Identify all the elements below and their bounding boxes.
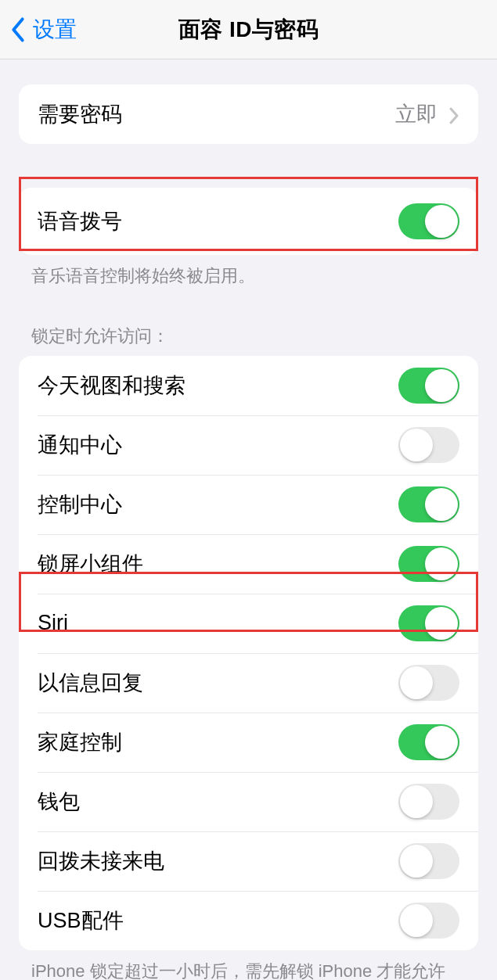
require-passcode-value: 立即 xyxy=(395,100,459,128)
locked-access-label: Siri xyxy=(38,611,68,635)
locked-access-row: 今天视图和搜索 xyxy=(19,356,478,415)
locked-access-label: 通知中心 xyxy=(38,431,122,459)
voice-dial-toggle[interactable] xyxy=(398,203,459,239)
settings-content: 需要密码 立即 语音拨号 音乐语音控制将始终被启用。 锁定时允许访问： 今天视图… xyxy=(0,84,497,980)
locked-access-row: Siri xyxy=(19,594,478,653)
navigation-bar: 设置 面容 ID与密码 xyxy=(0,0,497,59)
locked-access-footer: iPhone 锁定超过一小时后，需先解锁 iPhone 才能允许USB 配件连接… xyxy=(0,950,497,980)
locked-access-toggle[interactable] xyxy=(398,546,459,582)
chevron-right-icon xyxy=(448,106,459,123)
locked-access-row: 通知中心 xyxy=(19,415,478,475)
require-passcode-group: 需要密码 立即 xyxy=(19,84,478,144)
locked-access-toggle[interactable] xyxy=(398,903,459,939)
locked-access-toggle[interactable] xyxy=(398,665,459,701)
require-passcode-label: 需要密码 xyxy=(38,100,122,128)
locked-access-toggle[interactable] xyxy=(398,427,459,463)
locked-access-toggle[interactable] xyxy=(398,724,459,760)
locked-access-toggle[interactable] xyxy=(398,368,459,404)
locked-access-row: 家庭控制 xyxy=(19,713,478,772)
locked-access-label: 今天视图和搜索 xyxy=(38,372,185,400)
locked-access-label: USB配件 xyxy=(38,906,124,935)
voice-dial-label: 语音拨号 xyxy=(38,207,122,235)
locked-access-toggle[interactable] xyxy=(398,605,459,641)
locked-access-label: 控制中心 xyxy=(38,490,122,519)
back-label: 设置 xyxy=(33,15,77,45)
locked-access-row: 回拨未接来电 xyxy=(19,831,478,891)
locked-access-label: 锁屏小组件 xyxy=(38,550,143,578)
locked-access-toggle[interactable] xyxy=(398,486,459,522)
require-passcode-row[interactable]: 需要密码 立即 xyxy=(19,84,478,144)
locked-access-group: 今天视图和搜索通知中心控制中心锁屏小组件Siri以信息回复家庭控制钱包回拨未接来… xyxy=(19,356,478,950)
locked-access-label: 以信息回复 xyxy=(38,669,143,697)
locked-access-toggle[interactable] xyxy=(398,843,459,879)
locked-access-header: 锁定时允许访问： xyxy=(0,325,497,356)
locked-access-label: 钱包 xyxy=(38,788,80,816)
chevron-left-icon xyxy=(9,16,27,43)
page-title: 面容 ID与密码 xyxy=(178,15,319,45)
locked-access-label: 回拨未接来电 xyxy=(38,847,164,875)
locked-access-row: USB配件 xyxy=(19,891,478,950)
voice-dial-row: 语音拨号 xyxy=(19,188,478,255)
locked-access-row: 钱包 xyxy=(19,772,478,831)
locked-access-row: 以信息回复 xyxy=(19,653,478,713)
voice-dial-footer: 音乐语音控制将始终被启用。 xyxy=(0,255,497,289)
locked-access-row: 锁屏小组件 xyxy=(19,534,478,594)
locked-access-label: 家庭控制 xyxy=(38,728,122,756)
voice-dial-group: 语音拨号 xyxy=(19,188,478,255)
back-button[interactable]: 设置 xyxy=(0,15,77,45)
locked-access-toggle[interactable] xyxy=(398,784,459,820)
locked-access-row: 控制中心 xyxy=(19,475,478,534)
